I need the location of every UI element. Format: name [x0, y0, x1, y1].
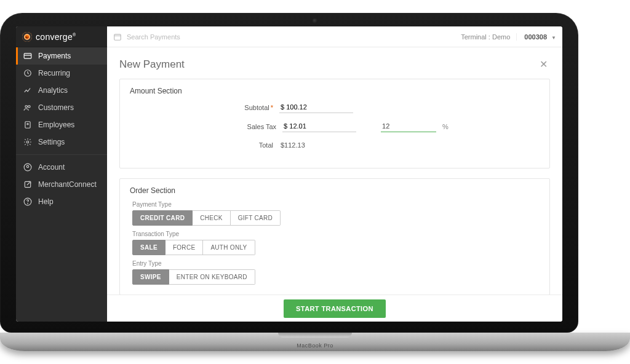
page-title: New Payment: [119, 58, 185, 71]
terminal-label: Terminal : Demo: [461, 33, 517, 41]
total-label: Total: [218, 141, 273, 149]
app-screen: converge® Payments Recurring Analytics C…: [16, 26, 562, 322]
terminal-id: 000308: [522, 33, 549, 41]
camera-dot: [313, 18, 317, 23]
sidebar-item-employees[interactable]: Employees: [16, 116, 107, 133]
chevron-down-icon: ▼: [551, 35, 556, 41]
brand-name: converge®: [36, 32, 76, 42]
svg-rect-13: [114, 34, 121, 39]
svg-point-6: [27, 124, 28, 125]
help-icon: [23, 197, 32, 206]
sidebar-item-label: Analytics: [38, 86, 68, 95]
footer-bar: START TRANSACTION: [107, 295, 562, 322]
subtotal-label: Subtotal*: [218, 104, 273, 111]
transaction-type-auth-only[interactable]: AUTH ONLY: [203, 240, 255, 255]
calendar-icon: [113, 33, 122, 41]
svg-point-9: [26, 165, 29, 168]
topbar: Terminal : Demo 000308 ▼: [107, 26, 562, 47]
payment-type-check[interactable]: CHECK: [193, 210, 231, 226]
user-circle-icon: [23, 163, 32, 172]
sidebar-item-account[interactable]: Account: [16, 159, 107, 176]
order-section-heading: Order Section: [130, 186, 540, 195]
payment-type-gift-card[interactable]: GIFT CARD: [231, 210, 281, 226]
transaction-type-sale[interactable]: SALE: [132, 240, 165, 255]
people-icon: [23, 103, 32, 112]
amount-section-heading: Amount Section: [130, 87, 540, 95]
sidebar-item-payments[interactable]: Payments: [16, 47, 107, 65]
entry-type-keyboard[interactable]: ENTER ON KEYBOARD: [169, 269, 255, 285]
svg-point-7: [26, 141, 29, 143]
trend-icon: [23, 86, 32, 95]
content-area: New Payment ✕ Amount Section Subtotal* S…: [107, 47, 562, 295]
transaction-type-group: SALE FORCE AUTH ONLY: [132, 240, 540, 255]
order-section-panel: Order Section Payment Type CREDIT CARD C…: [119, 178, 550, 295]
total-value: $112.13: [279, 140, 353, 151]
salestax-row: Sales Tax %: [130, 121, 540, 132]
sidebar-item-label: Settings: [38, 138, 65, 146]
sidebar-item-label: Employees: [38, 121, 74, 129]
svg-point-12: [27, 203, 28, 204]
terminal-selector[interactable]: 000308 ▼: [522, 33, 556, 41]
external-icon: [23, 180, 32, 189]
start-transaction-button[interactable]: START TRANSACTION: [284, 299, 386, 318]
sidebar-item-label: MerchantConnect: [38, 180, 97, 189]
svg-point-4: [28, 106, 31, 108]
sidebar: converge® Payments Recurring Analytics C…: [16, 26, 107, 322]
sidebar-item-analytics[interactable]: Analytics: [16, 82, 107, 99]
close-icon[interactable]: ✕: [537, 56, 550, 73]
payment-type-group: CREDIT CARD CHECK GIFT CARD: [132, 210, 540, 226]
sidebar-separator: [16, 154, 107, 155]
laptop-notch: [278, 333, 352, 338]
entry-type-group: SWIPE ENTER ON KEYBOARD: [132, 269, 540, 285]
sidebar-item-label: Recurring: [38, 69, 70, 77]
sidebar-item-label: Payments: [38, 52, 71, 60]
salestax-input[interactable]: [282, 121, 356, 132]
sidebar-item-label: Customers: [38, 103, 74, 112]
sidebar-item-help[interactable]: Help: [16, 193, 107, 210]
amount-section-panel: Amount Section Subtotal* Sales Tax %: [119, 79, 550, 168]
sidebar-item-merchantconnect[interactable]: MerchantConnect: [16, 176, 107, 193]
subtotal-row: Subtotal*: [130, 101, 540, 113]
svg-rect-0: [24, 53, 31, 58]
svg-point-3: [25, 106, 28, 108]
device-label: MacBook Pro: [297, 342, 333, 349]
sidebar-item-recurring[interactable]: Recurring: [16, 65, 107, 82]
payment-type-credit-card[interactable]: CREDIT CARD: [132, 210, 193, 226]
subtotal-input[interactable]: [279, 101, 353, 113]
total-row: Total $112.13: [130, 140, 540, 151]
percent-symbol: %: [442, 123, 449, 130]
entry-type-swipe[interactable]: SWIPE: [132, 269, 169, 285]
brand-logo-icon: [22, 32, 32, 42]
laptop-base: MacBook Pro: [0, 333, 630, 351]
sidebar-item-settings[interactable]: Settings: [16, 133, 107, 151]
entry-type-label: Entry Type: [132, 260, 540, 267]
sidebar-item-label: Account: [38, 163, 65, 172]
transaction-type-label: Transaction Type: [132, 231, 540, 237]
salestax-pct-input[interactable]: [381, 121, 436, 132]
sidebar-item-customers[interactable]: Customers: [16, 99, 107, 116]
gear-icon: [23, 138, 32, 146]
search-input[interactable]: [127, 33, 456, 41]
transaction-type-force[interactable]: FORCE: [165, 240, 204, 255]
sidebar-item-label: Help: [38, 197, 54, 206]
badge-icon: [23, 121, 32, 129]
salestax-label: Sales Tax: [221, 123, 276, 130]
main-area: Terminal : Demo 000308 ▼ New Payment ✕ A…: [107, 26, 562, 322]
clock-icon: [23, 69, 32, 77]
card-icon: [23, 52, 32, 60]
payment-type-label: Payment Type: [132, 201, 540, 208]
brand: converge®: [16, 26, 107, 47]
